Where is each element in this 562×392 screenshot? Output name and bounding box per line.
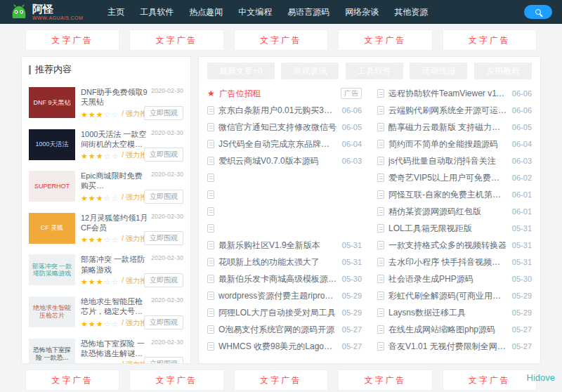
- nav-item[interactable]: 中文编程: [238, 6, 272, 18]
- category-tab[interactable]: 最新文章+0: [207, 63, 275, 79]
- ad-badge: 广告: [341, 88, 362, 99]
- document-icon: [377, 123, 384, 131]
- text-ad[interactable]: 文字广告: [443, 370, 537, 391]
- article-link[interactable]: 一款支持格式众多的视频转换器: [388, 240, 508, 251]
- recommended-item: 恐怖地下室探险 一款恐... 恐怖地下室探险 一款恐怖逃生解谜类游戏 2020-…: [22, 334, 190, 364]
- article-row: [207, 169, 362, 186]
- watch-now-button[interactable]: 立即围观: [144, 357, 183, 364]
- article-link[interactable]: 社会语录生成PHP源码: [388, 273, 508, 285]
- watch-now-button[interactable]: 立即围观: [144, 315, 183, 329]
- document-icon: [377, 174, 384, 182]
- article-thumbnail[interactable]: 恐怖地下室探险 一款恐...: [29, 339, 75, 364]
- navbar: 阿怪 WWW.AGUAI5.COM 主页工具软件热点趣闻中文编程易语言源码网络杂…: [0, 0, 562, 24]
- nav-item[interactable]: 工具软件: [140, 6, 174, 18]
- article-thumbnail[interactable]: 部落冲突 一款塔防策略游戏: [29, 254, 75, 285]
- main-nav: 主页工具软件热点趣闻中文编程易语言源码网络杂谈其他资源: [100, 6, 436, 18]
- ad-slot-link[interactable]: 广告位招租: [219, 88, 336, 100]
- thumbnail-text: 绝地求生智能压枪芯片: [30, 304, 74, 320]
- article-link[interactable]: 酷享磁力云最新版 支持磁力搜索下载和一...: [388, 122, 508, 133]
- text-ad[interactable]: 文字广告: [234, 30, 328, 51]
- nav-item[interactable]: 易语言源码: [287, 6, 329, 18]
- sidebar-header: 推荐内容: [22, 57, 190, 82]
- site-title: 阿怪: [32, 4, 83, 14]
- article-link[interactable]: 彩虹代刷全解源码(可商业用途 防黑): [388, 290, 508, 302]
- article-link[interactable]: 简约而不简单的全能搜题源码: [388, 138, 508, 150]
- watch-now-button[interactable]: 立即围观: [144, 231, 183, 245]
- watch-now-button[interactable]: 立即围观: [144, 190, 183, 204]
- article-date: 06-01: [512, 190, 532, 199]
- nav-item[interactable]: 其他资源: [394, 6, 428, 18]
- article-title[interactable]: 绝地求生智能压枪芯片，稳定大号使用，永久免费: [81, 296, 148, 317]
- watch-now-button[interactable]: 立即围观: [144, 106, 183, 120]
- article-link[interactable]: 花呗新上线的功能太强大了: [218, 256, 338, 268]
- article-title[interactable]: 部落冲突 一款塔防策略游戏: [81, 254, 148, 275]
- text-ad[interactable]: 文字广告: [338, 370, 432, 391]
- article-link[interactable]: JS代码全自动完成京东品牌狂欢城活动任务: [218, 138, 338, 150]
- thumbnail-text: CF 灵狐: [41, 224, 64, 232]
- article-link[interactable]: WHMCS 收费98美元的Lagom模板开源: [218, 341, 338, 353]
- article-link[interactable]: 阿狸LOL大厅自动接受对局工具: [218, 307, 338, 319]
- text-ad[interactable]: 文字广告: [129, 30, 223, 51]
- nav-item[interactable]: 热点趣闻: [189, 6, 223, 18]
- article-title[interactable]: 12月灵狐签约领1月CF会员: [81, 213, 148, 233]
- star-rating: ★★★☆☆: [81, 149, 119, 162]
- watch-now-button[interactable]: 立即围观: [144, 148, 183, 162]
- article-row: 在线生成网站缩略图php源码 05-27: [377, 321, 532, 338]
- article-link[interactable]: 去水印小程序 快手抖音视频搬运工上热门...: [388, 256, 508, 268]
- article-link[interactable]: 云端购代刷网系统全开源可运营程序搭建: [388, 105, 508, 117]
- article-link[interactable]: js代码批量自动取消抖音关注: [388, 155, 508, 167]
- article-link[interactable]: Laysns数据迁移工具: [388, 307, 508, 319]
- text-ad[interactable]: 文字广告: [443, 30, 537, 51]
- article-link[interactable]: 爱织云商城V0.7.0版本源码: [218, 155, 338, 167]
- article-title[interactable]: Epic商城限时免费购买《SUPERHOT》游戏: [81, 171, 148, 191]
- category-tab[interactable]: 工具软件: [346, 63, 403, 79]
- article-link[interactable]: 精仿某资源网源码红包版: [388, 206, 508, 218]
- article-link[interactable]: 阿怪互联-自家的免费主机第一批正式发...: [388, 189, 508, 201]
- article-link[interactable]: 在线生成网站缩略图php源码: [388, 324, 508, 336]
- tab-label: 最新文章+0: [219, 66, 263, 76]
- article-link[interactable]: wordpress资源付费主题ripro6.7含美化包...: [218, 290, 338, 302]
- nav-item[interactable]: 网络杂谈: [345, 6, 379, 18]
- article-link[interactable]: 最新伯乐发卡商城高级模板源码 无后门: [218, 273, 338, 285]
- document-icon: [207, 325, 214, 334]
- category-tab[interactable]: 实用教程: [474, 63, 532, 79]
- document-icon: [377, 157, 384, 165]
- article-link[interactable]: 爱奇艺VIP5以上用户可免费发爱奇艺VIP红包: [388, 172, 508, 184]
- watch-now-button[interactable]: 立即围观: [144, 273, 183, 287]
- star-rating: ★★★☆☆: [81, 317, 119, 329]
- text-ad[interactable]: 文字广告: [338, 30, 432, 51]
- article-thumbnail[interactable]: CF 灵狐: [29, 213, 75, 244]
- document-icon: [377, 207, 384, 216]
- site-logo[interactable]: 阿怪 WWW.AGUAI5.COM: [10, 4, 83, 20]
- article-title[interactable]: DNF助手免费领取9天黑钻: [81, 87, 148, 107]
- category-tab[interactable]: 活动线报: [410, 63, 467, 79]
- thumbnail-text: 部落冲突 一款塔防策略游戏: [30, 263, 74, 278]
- article-link[interactable]: 远程协助软件TeamViewer v11 单文件版: [388, 88, 508, 100]
- recommended-item: 部落冲突 一款塔防策略游戏 部落冲突 一款塔防策略游戏 2020-02-30 ★…: [22, 249, 190, 292]
- article-link[interactable]: 微信官方通知已支持修改微信号: [218, 122, 338, 133]
- text-ad[interactable]: 文字广告: [25, 30, 119, 51]
- category-tab[interactable]: 游戏资讯: [281, 63, 339, 79]
- article-link[interactable]: O泡易支付系统官网的源码开源: [218, 324, 338, 336]
- nav-item[interactable]: 主页: [107, 6, 124, 18]
- article-link[interactable]: LOL工具箱无限视距版: [388, 223, 508, 235]
- text-ad[interactable]: 文字广告: [25, 370, 119, 391]
- article-thumbnail[interactable]: 1000天活法: [29, 129, 75, 160]
- document-icon: [207, 106, 214, 115]
- text-ad[interactable]: 文字广告: [234, 370, 328, 391]
- article-thumbnail[interactable]: SUPERHOT: [29, 171, 75, 202]
- article-thumbnail[interactable]: DNF 9天黑钻: [29, 87, 75, 118]
- theme-credit: Hidove: [527, 372, 555, 383]
- recommended-item: CF 灵狐 12月灵狐签约领1月CF会员 2020-02-30 ★★★☆☆ / …: [22, 208, 190, 250]
- thumbnail-text: 恐怖地下室探险 一款恐...: [30, 346, 74, 362]
- text-ad[interactable]: 文字广告: [129, 370, 223, 391]
- article-link[interactable]: 最新乐购社区V1.9全新版本: [218, 240, 338, 251]
- article-title[interactable]: 1000天活法 一款空间街机的太空模拟经营游戏: [81, 129, 148, 150]
- article-thumbnail[interactable]: 绝地求生智能压枪芯片: [29, 296, 75, 327]
- search-button[interactable]: [524, 5, 552, 19]
- article-link[interactable]: 京东白条新用户0.01元购买3个月爱奇艺黄...: [218, 105, 338, 117]
- article-link[interactable]: 音友V1.01 无视付费限制全网音乐无损免...: [388, 341, 508, 353]
- document-icon: [377, 275, 384, 283]
- article-title[interactable]: 恐怖地下室探险 一款恐怖逃生解谜类游戏: [81, 339, 148, 359]
- article-date: 2020-02-30: [151, 339, 183, 359]
